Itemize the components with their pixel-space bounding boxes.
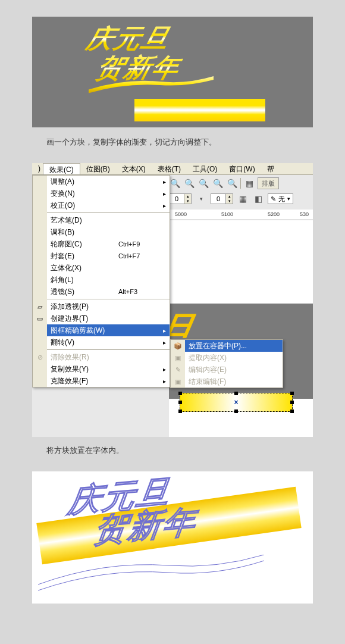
submenu-arrow-icon: ▸ — [163, 378, 166, 384]
submenu-arrow-icon: ▸ — [163, 190, 166, 197]
submenu-extract: 提取内容(X) — [185, 352, 283, 364]
chevron-down-icon[interactable]: ▾ — [195, 193, 207, 205]
caption-2: 将方块放置在字体内。 — [46, 445, 345, 456]
spin-down-icon[interactable]: ▾ — [225, 199, 233, 204]
resize-handle[interactable] — [178, 409, 182, 413]
extract-icon: ▣ — [171, 352, 185, 364]
ruler-horizontal: 5000 5100 5200 530 — [169, 210, 313, 220]
guide-icon[interactable]: ▦ — [243, 177, 255, 189]
dropdown-icon-column: ▱ ▭ ⊘ — [33, 176, 47, 387]
resize-handle[interactable] — [178, 401, 182, 404]
menu-addperspective[interactable]: 添加透视(P) — [47, 301, 170, 312]
menu-copyeffect[interactable]: 复制效果(Y)▸ — [47, 363, 170, 375]
chevron-down-icon: ▾ — [287, 196, 290, 202]
canvas[interactable]: 旦 × — [169, 220, 313, 437]
boundary-icon: ▭ — [33, 312, 47, 324]
menu-help[interactable]: 帮 — [261, 163, 280, 174]
submenu-arrow-icon: ▸ — [163, 366, 166, 373]
zoom-fit-icon[interactable]: 🔍 — [212, 177, 224, 189]
resize-handle[interactable] — [178, 392, 182, 395]
swoosh-outline — [38, 555, 264, 596]
menu-flip[interactable]: 翻转(V)▸ — [47, 336, 170, 348]
menu-text[interactable]: 文本(X) — [116, 163, 152, 174]
menu-envelope[interactable]: 封套(E)Ctrl+F7 — [47, 250, 170, 262]
submenu-edit: 编辑内容(E) — [185, 364, 283, 376]
align-icon[interactable]: ▦ — [237, 193, 249, 205]
spin-up-icon[interactable]: ▴ — [184, 194, 191, 199]
menu-cleareffect: 清除效果(R) — [47, 351, 170, 363]
preview-panel-1: 庆元旦 贺新年 — [32, 17, 313, 127]
resize-handle[interactable] — [234, 409, 238, 413]
menu-lens[interactable]: 透镜(S)Alt+F3 — [47, 286, 170, 298]
edit-icon: ✎ — [171, 364, 185, 376]
ruler-tick: 530 — [300, 211, 309, 217]
zoom-icon[interactable]: 🔍 — [169, 177, 181, 189]
menu-correction[interactable]: 校正(O)▸ — [47, 199, 170, 211]
ruler-tick: 5200 — [268, 211, 280, 217]
menu-contour[interactable]: 轮廓图(C)Ctrl+F9 — [47, 238, 170, 250]
selection-center-icon: × — [234, 398, 238, 407]
spin-down-icon[interactable]: ▾ — [184, 199, 191, 204]
spinbox-2[interactable]: ▴▾ — [211, 193, 233, 204]
menubar: ) 效果(C) 位图(B) 文本(X) 表格(T) 工具(O) 窗口(W) 帮 — [32, 163, 313, 175]
resize-handle[interactable] — [290, 409, 294, 413]
zoom-100-icon[interactable]: 🔍 — [197, 177, 209, 189]
fill-label: 无 — [278, 195, 285, 204]
clear-icon: ⊘ — [33, 351, 47, 363]
menu-powerclip[interactable]: 图框精确剪裁(W)▸ — [47, 324, 170, 336]
menu-blend[interactable]: 调和(B) — [47, 226, 170, 238]
ruler-tick: 5000 — [175, 211, 187, 217]
preview-panel-3: 庆元旦 贺新年 — [32, 471, 313, 604]
menu-window[interactable]: 窗口(W) — [223, 163, 261, 174]
submenu-arrow-icon: ▸ — [163, 202, 166, 209]
menu-effects[interactable]: 效果(C) — [43, 163, 80, 174]
layout-btn[interactable]: 排版 — [258, 177, 279, 189]
menu-transform[interactable]: 变换(N)▸ — [47, 187, 170, 199]
submenu-finish: 结束编辑(F) — [185, 376, 283, 387]
menu-cloneeffect[interactable]: 克隆效果(F)▸ — [47, 375, 170, 387]
effects-dropdown: ▱ ▭ ⊘ 调整(A)▸ 变换(N)▸ 校正(O)▸ 艺术笔(D) 调和(B) … — [32, 175, 170, 387]
fill-select[interactable]: ✎ 无 ▾ — [268, 193, 293, 204]
toolbar-properties: ▴▾ ▾ ▴▾ ▦ ◧ ✎ 无 ▾ — [169, 192, 293, 206]
menubar-fragment: ) — [36, 163, 43, 174]
spinbox-1[interactable]: ▴▾ — [169, 193, 192, 204]
ruler-tick: 5100 — [221, 211, 233, 217]
spin-up-icon[interactable]: ▴ — [225, 194, 233, 199]
spinbox-2-input[interactable] — [211, 195, 225, 202]
place-icon: 📦 — [171, 340, 185, 352]
menu-bitmap[interactable]: 位图(B) — [80, 163, 116, 174]
menu-bevel[interactable]: 斜角(L) — [47, 274, 170, 286]
gradient-rectangle — [134, 99, 265, 121]
menu-createboundary[interactable]: 创建边界(T) — [47, 312, 170, 324]
zoom-page-icon[interactable]: 🔍 — [226, 177, 238, 189]
outline-text: 庆元旦 贺新年 — [63, 473, 203, 549]
layer-icon[interactable]: ◧ — [252, 193, 264, 205]
swoosh-shape — [68, 76, 234, 94]
menu-extrude[interactable]: 立体化(X) — [47, 262, 170, 274]
toolbar-zoom: 🔍 🔍 🔍 🔍 🔍 ▦ 排版 — [169, 176, 279, 190]
caption-1: 画一个方块，复制字体的渐变，切记方向调整下。 — [46, 137, 345, 148]
menu-tools[interactable]: 工具(O) — [187, 163, 223, 174]
submenu-place[interactable]: 放置在容器中(P)... — [185, 340, 283, 352]
menu-table[interactable]: 表格(T) — [152, 163, 187, 174]
resize-handle[interactable] — [234, 392, 238, 395]
selected-rectangle[interactable]: × — [180, 393, 293, 412]
resize-handle[interactable] — [290, 392, 294, 395]
menu-artbrush[interactable]: 艺术笔(D) — [47, 214, 170, 226]
app-screenshot: ) 效果(C) 位图(B) 文本(X) 表格(T) 工具(O) 窗口(W) 帮 … — [32, 163, 313, 437]
submenu-arrow-icon: ▸ — [163, 179, 166, 185]
spinbox-1-input[interactable] — [170, 195, 184, 202]
submenu-arrow-icon: ▸ — [163, 339, 166, 346]
submenu-arrow-icon: ▸ — [163, 327, 166, 334]
resize-handle[interactable] — [290, 401, 294, 404]
outline-line2: 贺新年 — [93, 505, 198, 546]
menu-adjust[interactable]: 调整(A)▸ — [47, 176, 170, 187]
pen-icon: ✎ — [271, 195, 276, 203]
powerclip-submenu: 📦 ▣ ✎ ▣ 放置在容器中(P)... 提取内容(X) 编辑内容(E) 结束编… — [170, 339, 283, 388]
zoom-out-icon[interactable]: 🔍 — [183, 177, 195, 189]
perspective-icon: ▱ — [33, 301, 47, 312]
finish-icon: ▣ — [171, 376, 185, 387]
